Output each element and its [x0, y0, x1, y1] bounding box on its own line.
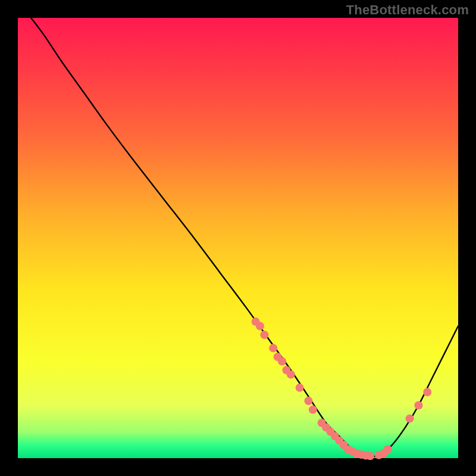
data-marker	[309, 406, 317, 414]
data-marker	[278, 357, 286, 365]
data-marker	[414, 401, 422, 409]
data-marker	[384, 445, 392, 453]
data-marker	[296, 384, 304, 392]
chart-svg	[18, 18, 458, 458]
data-marker	[256, 322, 264, 330]
data-marker	[287, 370, 295, 378]
plot-area	[18, 18, 458, 458]
data-marker	[406, 414, 414, 422]
curve-line	[31, 18, 458, 456]
data-marker	[260, 331, 268, 339]
data-marker	[304, 397, 312, 405]
data-marker	[366, 452, 374, 460]
chart-container: TheBottleneck.com	[0, 0, 476, 476]
watermark: TheBottleneck.com	[346, 2, 469, 18]
data-marker	[423, 388, 431, 396]
data-marker	[269, 344, 277, 352]
data-markers	[252, 318, 432, 461]
